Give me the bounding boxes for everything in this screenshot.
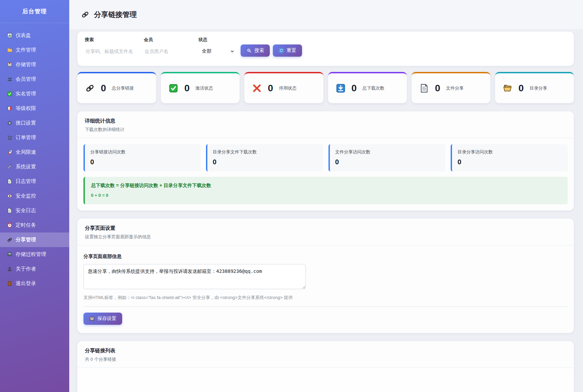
detail-stat-label: 目录分享文件下载次数 — [213, 149, 318, 155]
link-icon — [7, 237, 13, 243]
detail-stat-label: 文件分享访问次数 — [335, 149, 440, 155]
stat-value: 0 — [519, 83, 524, 94]
page-header: 分享链接管理 — [69, 0, 583, 29]
link-icon — [81, 10, 90, 19]
sidebar-item-label: 安全监控 — [16, 193, 36, 199]
sidebar-item-document[interactable]: 日志管理 — [0, 174, 69, 189]
detail-stats-grid: 分享链接访问次数0目录分享文件下载次数0文件分享访问次数0目录分享访问次数0 — [83, 144, 568, 171]
eye-icon — [7, 193, 13, 199]
detail-stat-box: 目录分享文件下载次数0 — [206, 144, 323, 171]
detail-stat-value: 0 — [335, 158, 440, 166]
sidebar-item-wrench[interactable]: 系统设置 — [0, 160, 69, 174]
footer-info-textarea[interactable]: 急速分享，由快传系统提供支持，举报与投诉请发送邮箱至：423889236@qq.… — [83, 264, 306, 289]
cart-icon — [7, 135, 13, 141]
sidebar-item-dashboard[interactable]: 仪表盘 — [0, 28, 69, 43]
sidebar-item-person[interactable]: 关于作者 — [0, 262, 69, 276]
sidebar-item-users[interactable]: 会员管理 — [0, 72, 69, 87]
sidebar-item-floppy[interactable]: 存储管理 — [0, 57, 69, 72]
sidebar-item-shield[interactable]: 等级权限 — [0, 101, 69, 116]
sidebar-item-label: 全局限速 — [16, 149, 36, 155]
stat-card: 0目录分享 — [495, 72, 574, 103]
status-select[interactable]: 全部 — [199, 46, 236, 56]
alarm-clock-icon — [7, 222, 13, 228]
cross-icon — [252, 83, 262, 93]
stat-card: 0停用状态 — [244, 72, 323, 103]
search-button[interactable]: 搜索 — [241, 44, 270, 57]
floppy-icon — [7, 62, 13, 68]
sidebar-item-document[interactable]: 安全日志 — [0, 203, 69, 218]
main-area: 分享链接管理 搜索 会员 状态 全部 — [69, 0, 583, 392]
document-icon — [419, 83, 429, 93]
sidebar-item-label: 等级权限 — [16, 105, 36, 112]
detail-stat-label: 分享链接访问次数 — [90, 149, 195, 155]
sidebar-item-label: 存储管理 — [16, 61, 36, 68]
users-icon — [7, 76, 13, 82]
share-page-settings-card: 分享页面设置 设置独立分享页面底部显示的信息 分享页面底部信息 急速分享，由快传… — [77, 219, 574, 333]
stat-card: 0总分享链接 — [77, 72, 156, 103]
detail-stats-card: 详细统计信息 下载次数的详细统计 分享链接访问次数0目录分享文件下载次数0文件分… — [77, 111, 574, 210]
dashboard-icon — [7, 33, 13, 38]
sidebar-item-label: 分享管理 — [16, 237, 36, 243]
stat-value: 0 — [352, 83, 357, 94]
search-field-group: 搜索 — [85, 37, 144, 56]
formula-value: 0 + 0 = 0 — [91, 193, 562, 198]
save-icon — [89, 316, 95, 321]
formula-title: 总下载次数 = 分享链接访问次数 + 目录分享文件下载次数 — [91, 183, 562, 189]
content: 搜索 会员 状态 全部 搜索 — [69, 29, 583, 392]
sidebar-item-check-square[interactable]: 实名管理 — [0, 87, 69, 101]
share-list-body — [77, 368, 574, 392]
filter-card: 搜索 会员 状态 全部 搜索 — [77, 32, 574, 66]
share-list-title: 分享链接列表 — [85, 348, 566, 354]
stat-value: 0 — [101, 83, 106, 94]
search-input[interactable] — [85, 46, 144, 56]
sidebar-item-link[interactable]: 分享管理 — [0, 232, 69, 247]
chevron-down-icon — [230, 49, 234, 54]
detail-stat-box: 分享链接访问次数0 — [83, 144, 201, 171]
sidebar: 后台管理 仪表盘文件管理存储管理会员管理实名管理等级权限接口设置订单管理全局限速… — [0, 0, 69, 392]
sidebar-item-label: 关于作者 — [16, 266, 36, 272]
detail-stats-body: 分享链接访问次数0目录分享文件下载次数0文件分享访问次数0目录分享访问次数0 总… — [77, 138, 574, 210]
document-icon — [7, 179, 13, 184]
member-label: 会员 — [144, 37, 199, 43]
wrench-icon — [7, 164, 13, 170]
detail-stat-value: 0 — [213, 158, 318, 166]
save-row: 保存设置 — [83, 313, 568, 327]
footer-info-label: 分享页面底部信息 — [83, 254, 568, 260]
share-list-header: 分享链接列表 共 0 个分享链接 — [77, 341, 574, 368]
laptop-icon — [7, 251, 13, 257]
shield-icon — [7, 106, 13, 111]
sidebar-item-cart[interactable]: 订单管理 — [0, 130, 69, 145]
sidebar-item-rocket[interactable]: 全局限速 — [0, 145, 69, 160]
sidebar-item-folder[interactable]: 文件管理 — [0, 43, 69, 57]
save-settings-button[interactable]: 保存设置 — [83, 313, 122, 325]
sidebar-item-eye[interactable]: 安全监控 — [0, 189, 69, 203]
folder-open-icon — [503, 83, 513, 93]
member-field-group: 会员 — [144, 37, 199, 56]
sidebar-item-label: 实名管理 — [16, 91, 36, 97]
sidebar-item-alarm-clock[interactable]: 定时任务 — [0, 218, 69, 232]
detail-stats-header: 详细统计信息 下载次数的详细统计 — [77, 111, 574, 138]
reset-icon — [279, 48, 284, 53]
page-title: 分享链接管理 — [94, 10, 137, 19]
stat-label: 激活状态 — [195, 85, 213, 91]
member-input[interactable] — [144, 46, 199, 56]
reset-button[interactable]: 重置 — [273, 44, 302, 57]
sidebar-menu: 仪表盘文件管理存储管理会员管理实名管理等级权限接口设置订单管理全局限速系统设置日… — [0, 23, 69, 291]
settings-divider — [83, 306, 568, 307]
share-list-card: 分享链接列表 共 0 个分享链接 — [77, 341, 574, 392]
sidebar-item-label: 会员管理 — [16, 76, 36, 82]
link-icon — [85, 83, 95, 93]
download-icon — [336, 83, 346, 93]
status-select-value: 全部 — [202, 48, 211, 54]
sidebar-item-gear[interactable]: 接口设置 — [0, 116, 69, 130]
sidebar-item-label: 接口设置 — [16, 120, 36, 126]
sidebar-item-label: 安全日志 — [16, 207, 36, 214]
sidebar-item-laptop[interactable]: 存储过程管理 — [0, 247, 69, 262]
stat-label: 总下载次数 — [362, 85, 384, 91]
sidebar-item-label: 退出登录 — [16, 280, 36, 287]
status-field-group: 状态 全部 — [199, 37, 236, 56]
door-icon — [7, 281, 13, 286]
check-square-icon — [7, 91, 13, 97]
sidebar-item-door[interactable]: 退出登录 — [0, 276, 69, 291]
app-root: 后台管理 仪表盘文件管理存储管理会员管理实名管理等级权限接口设置订单管理全局限速… — [0, 0, 583, 392]
